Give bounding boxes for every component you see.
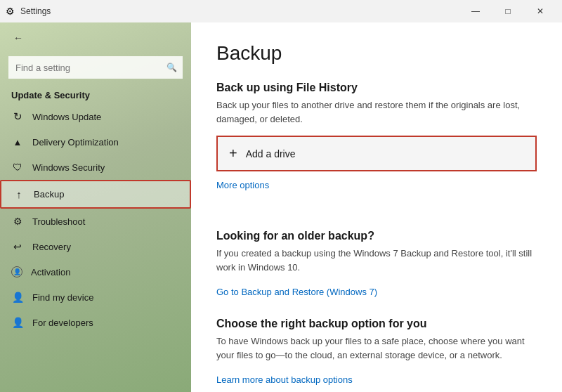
minimize-button[interactable]: —: [459, 0, 492, 22]
update-icon: ↻: [11, 110, 24, 123]
more-options-link[interactable]: More options: [216, 180, 269, 190]
sidebar: ← 🔍 Update & Security ↻ Windows Update ▲…: [0, 22, 191, 392]
app-body: ← 🔍 Update & Security ↻ Windows Update ▲…: [0, 22, 562, 392]
delivery-icon: ▲: [11, 137, 24, 148]
sidebar-item-activation[interactable]: 👤 Activation: [0, 259, 191, 285]
sidebar-item-label: For developers: [32, 318, 93, 328]
developers-icon: 👤: [11, 317, 24, 328]
learn-more-link[interactable]: Learn more about backup options: [216, 374, 353, 385]
recovery-icon: ↩: [11, 241, 24, 252]
right-backup-title: Choose the right backup option for you: [216, 318, 537, 330]
right-backup-desc: To have Windows back up your files to a …: [216, 334, 537, 362]
sidebar-item-backup[interactable]: ↑ Backup: [0, 180, 191, 209]
sidebar-item-find-device[interactable]: 👤 Find my device: [0, 285, 191, 310]
close-button[interactable]: ✕: [524, 0, 556, 22]
search-input[interactable]: [8, 56, 183, 79]
sidebar-item-label: Recovery: [32, 242, 71, 252]
file-history-desc: Back up your files to another drive and …: [216, 98, 537, 126]
sidebar-section-title: Update & Security: [0, 84, 191, 103]
title-bar-title: Settings: [20, 6, 51, 16]
title-bar-controls: — □ ✕: [459, 0, 556, 22]
search-box: 🔍: [8, 56, 183, 79]
sidebar-item-windows-update[interactable]: ↻ Windows Update: [0, 103, 191, 130]
sidebar-item-for-developers[interactable]: 👤 For developers: [0, 310, 191, 335]
search-icon: 🔍: [166, 63, 177, 72]
file-history-title: Back up using File History: [216, 81, 537, 94]
older-backup-desc: If you created a backup using the Window…: [216, 247, 537, 274]
older-backup-section: Looking for an older backup? If you crea…: [216, 230, 537, 298]
sidebar-item-troubleshoot[interactable]: ⚙ Troubleshoot: [0, 209, 191, 234]
add-drive-button[interactable]: + Add a drive: [216, 136, 537, 171]
troubleshoot-icon: ⚙: [11, 216, 24, 227]
page-title: Backup: [216, 42, 537, 65]
sidebar-item-label: Activation: [31, 267, 70, 277]
sidebar-item-label: Delivery Optimization: [32, 137, 119, 148]
sidebar-item-delivery-optimization[interactable]: ▲ Delivery Optimization: [0, 130, 191, 155]
sidebar-item-recovery[interactable]: ↩ Recovery: [0, 234, 191, 259]
sidebar-nav-top: ←: [0, 22, 191, 53]
app-icon: ⚙: [6, 6, 15, 17]
title-bar: ⚙ Settings — □ ✕: [0, 0, 562, 22]
sidebar-item-label: Windows Update: [32, 112, 101, 122]
backup-restore-link[interactable]: Go to Backup and Restore (Windows 7): [216, 287, 377, 297]
title-bar-left: ⚙ Settings: [6, 6, 51, 17]
maximize-button[interactable]: □: [492, 0, 524, 22]
back-button[interactable]: ←: [8, 28, 28, 48]
add-drive-label: Add a drive: [246, 148, 296, 159]
sidebar-item-label: Troubleshoot: [32, 216, 85, 227]
activation-icon: 👤: [11, 266, 22, 277]
older-backup-title: Looking for an older backup?: [216, 230, 537, 242]
sidebar-item-label: Find my device: [32, 292, 93, 303]
right-backup-section: Choose the right backup option for you T…: [216, 318, 537, 386]
sidebar-item-label: Windows Security: [32, 162, 105, 173]
shield-icon: 🛡: [11, 162, 24, 173]
backup-icon: ↑: [13, 188, 25, 200]
file-history-section: Back up using File History Back up your …: [216, 81, 537, 210]
find-device-icon: 👤: [11, 292, 24, 303]
sidebar-item-label: Backup: [34, 189, 64, 200]
plus-icon: +: [229, 145, 237, 162]
main-content: Backup Back up using File History Back u…: [191, 22, 562, 392]
sidebar-item-windows-security[interactable]: 🛡 Windows Security: [0, 155, 191, 180]
